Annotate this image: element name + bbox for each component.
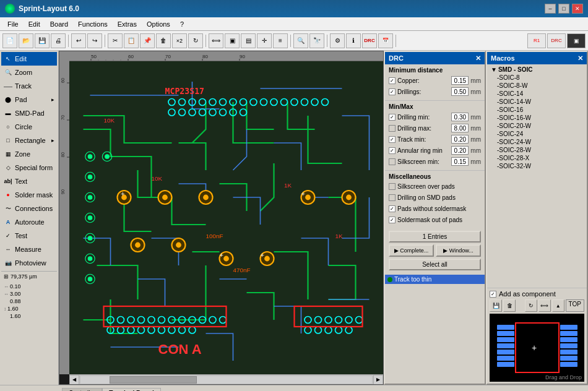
sidebar-item-photo[interactable]: 📷 Photoview (1, 256, 57, 270)
tb-delete[interactable]: 🗑 (156, 33, 171, 48)
drc-track-min-value[interactable]: 0.20 (451, 135, 469, 144)
tb-mirror[interactable]: ⟺ (209, 33, 223, 48)
tree-item-soic28x[interactable]: -SOIC-28-X (488, 154, 586, 162)
tab-terminal[interactable]: Terminal Board (102, 388, 161, 391)
macros-close-btn[interactable]: ✕ (577, 54, 583, 62)
tb-copy[interactable]: 📋 (124, 33, 139, 48)
tree-root[interactable]: ▼ SMD - SOIC (488, 66, 586, 74)
tb-redo[interactable]: ↪ (87, 33, 102, 48)
drc-soldermask-check[interactable]: ✓ (389, 217, 396, 223)
sidebar-item-measure[interactable]: ↔ Measure (1, 243, 57, 256)
macros-delete-btn[interactable]: 🗑 (503, 299, 516, 312)
drc-select-all-btn[interactable]: Select all (389, 259, 481, 270)
drc-drilling-dist-value[interactable]: 0.50 (451, 87, 469, 96)
menu-extras[interactable]: Extras (113, 19, 142, 29)
tb-print[interactable]: 🖨 (51, 33, 66, 48)
tree-item-soic32w[interactable]: -SOIC-32-W (488, 162, 586, 170)
menu-functions[interactable]: Functions (73, 19, 113, 29)
macros-mirror-btn[interactable]: ⟺ (538, 299, 551, 312)
drc-drill-min-check[interactable]: ✓ (389, 114, 396, 121)
menu-edit[interactable]: Edit (24, 19, 45, 29)
scroll-thumb-h[interactable] (110, 376, 197, 384)
drc-error-item-1[interactable]: Track too thin (385, 275, 485, 284)
sidebar-item-track[interactable]: — Track (1, 79, 57, 93)
tree-item-soic8[interactable]: -SOIC-8 (488, 74, 586, 82)
macros-top-dropdown[interactable]: TOP (566, 299, 584, 312)
tb-settings[interactable]: ⚙ (330, 33, 345, 48)
drc-copper-check[interactable]: ✓ (389, 77, 396, 84)
tb-rotate[interactable]: ↻ (188, 33, 203, 48)
macros-rotate-btn[interactable]: ↻ (525, 299, 537, 312)
tb-zoom-out[interactable]: 🔭 (309, 33, 324, 48)
scroll-left-btn[interactable]: ◀ (69, 375, 79, 385)
tb-date[interactable]: 📅 (378, 33, 393, 48)
tree-item-soic16w[interactable]: -SOIC-16-W (488, 114, 586, 122)
drc-annular-check[interactable]: ✓ (389, 147, 396, 154)
drc-entries-btn[interactable]: 1 Entries (389, 231, 481, 243)
sidebar-item-rectangle[interactable]: □ Rectangle ▸ (1, 134, 57, 147)
tb-x2[interactable]: ×2 (172, 33, 187, 48)
tree-item-soic24[interactable]: -SOIC-24 (488, 130, 586, 138)
tb-move[interactable]: ✛ (257, 33, 272, 48)
tb-new[interactable]: 📄 (2, 33, 17, 48)
tb-group[interactable]: ▣ (225, 33, 240, 48)
tb-undo[interactable]: ↩ (71, 33, 86, 48)
drc-drill-max-value[interactable]: 8.00 (451, 124, 469, 132)
drc-complete-btn[interactable]: ▶ Complete... (389, 244, 434, 257)
tree-item-soic28w[interactable]: -SOIC-28-W (488, 146, 586, 154)
sidebar-item-text[interactable]: ab| Text (1, 174, 57, 188)
sidebar-item-smd[interactable]: ▬ SMD-Pad (1, 106, 57, 120)
tb-info[interactable]: ℹ (346, 33, 361, 48)
tb-zoom-in[interactable]: 🔍 (293, 33, 308, 48)
tree-item-soic24w[interactable]: -SOIC-24-W (488, 138, 586, 146)
macros-save-btn[interactable]: 💾 (490, 299, 502, 312)
tb-drc2[interactable]: DRC (547, 33, 566, 48)
sidebar-item-pad[interactable]: ⬤ Pad ▸ (1, 93, 57, 106)
sidebar-item-test[interactable]: ✓ Test (1, 229, 57, 243)
scroll-track-h[interactable] (80, 376, 372, 384)
close-button[interactable]: ✕ (572, 4, 583, 14)
drc-window-btn[interactable]: ▶ Window... (436, 244, 481, 257)
drc-drill-min-value[interactable]: 0.30 (451, 113, 469, 121)
drc-silk-pads-check[interactable] (389, 183, 396, 190)
tb-drc[interactable]: DRC (362, 33, 377, 48)
tb-paste[interactable]: 📌 (140, 33, 155, 48)
drc-annular-value[interactable]: 0.20 (451, 146, 469, 155)
drc-copper-value[interactable]: 0.15 (451, 76, 469, 85)
pcb-canvas[interactable]: MCP23S17 10K 10K 100nF 470nF 1K 1K CON A (69, 61, 383, 374)
macros-add-check[interactable]: ✓ (490, 291, 496, 298)
drc-drilling-dist-check[interactable]: ✓ (389, 88, 396, 95)
tree-item-soic14[interactable]: -SOIC-14 (488, 90, 586, 98)
sidebar-item-special[interactable]: ◇ Special form (1, 161, 57, 174)
tree-item-soic8w[interactable]: -SOIC-8-W (488, 82, 586, 90)
tree-item-soic16[interactable]: -SOIC-16 (488, 106, 586, 114)
tb-extra[interactable]: ▣ (567, 33, 586, 48)
tb-align[interactable]: ≡ (273, 33, 288, 48)
tb-r1[interactable]: R1 (527, 33, 546, 48)
maximize-button[interactable]: □ (558, 4, 569, 14)
minimize-button[interactable]: – (545, 4, 556, 14)
tb-cut[interactable]: ✂ (108, 33, 123, 48)
menu-options[interactable]: Options (142, 19, 175, 29)
drc-track-min-check[interactable]: ✓ (389, 136, 396, 143)
drc-drill-smd-check[interactable] (389, 194, 396, 201)
sidebar-item-connections[interactable]: 〜 Connections (1, 202, 57, 215)
tree-item-soic14w[interactable]: -SOIC-14-W (488, 98, 586, 106)
sidebar-item-zone[interactable]: ▦ Zone (1, 147, 57, 161)
drc-silk-min-check[interactable] (389, 158, 396, 165)
macros-layer-btn[interactable]: ▲ (552, 299, 564, 312)
canvas-inner[interactable]: MCP23S17 10K 10K 100nF 470nF 1K 1K CON A (69, 61, 383, 374)
drc-drill-max-check[interactable] (389, 125, 396, 132)
tb-open[interactable]: 📂 (19, 33, 33, 48)
sidebar-item-edit[interactable]: ↖ Edit (1, 52, 57, 66)
sidebar-item-solder[interactable]: ● Solder mask (1, 188, 57, 202)
tb-save[interactable]: 💾 (35, 33, 50, 48)
tab-controller[interactable]: Controller (62, 388, 102, 391)
sidebar-item-circle[interactable]: ○ Circle (1, 120, 57, 134)
drc-close-btn[interactable]: ✕ (475, 54, 481, 62)
drc-pads-mask-check[interactable]: ✓ (389, 205, 396, 212)
tb-ungroup[interactable]: ▤ (241, 33, 256, 48)
scroll-horizontal[interactable]: ◀ ▶ (69, 374, 383, 384)
menu-file[interactable]: File (2, 19, 24, 29)
sidebar-item-zoom[interactable]: 🔍 Zoom (1, 66, 57, 79)
